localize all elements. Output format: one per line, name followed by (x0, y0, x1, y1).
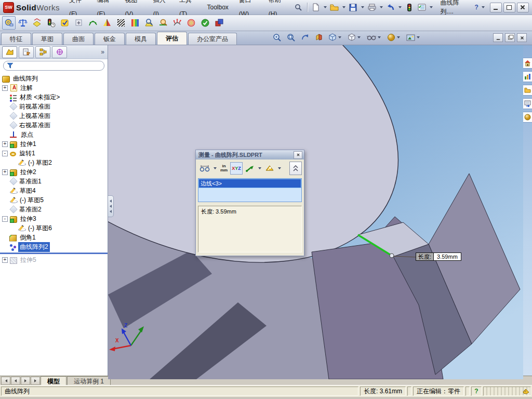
curvature-icon[interactable] (86, 16, 100, 30)
appearances-icon[interactable] (385, 32, 403, 43)
menu-toolbox[interactable]: Toolbox (202, 1, 233, 15)
panel-splitter-handle[interactable] (108, 195, 114, 217)
tree-item-extrude2[interactable]: + 拉伸2 (0, 167, 108, 177)
undercut-analysis-icon[interactable] (142, 16, 156, 30)
filter-input[interactable] (16, 62, 100, 70)
units-icon[interactable]: inmm (219, 162, 229, 175)
measure-icon[interactable] (2, 16, 16, 30)
projected-on-icon[interactable] (263, 162, 276, 175)
quick-tips-icon[interactable]: ? (471, 387, 482, 396)
view-palette-icon[interactable] (523, 98, 532, 109)
save-icon[interactable] (348, 1, 359, 14)
collapse-icon[interactable]: - (2, 216, 8, 222)
help-dropdown[interactable] (482, 6, 485, 8)
search-icon[interactable] (293, 1, 304, 14)
point-to-point-dropdown[interactable] (258, 167, 261, 169)
motion-study-tab[interactable]: 运动算例 1 (67, 376, 111, 385)
print-icon[interactable] (366, 1, 378, 14)
point-to-point-icon[interactable] (244, 162, 256, 175)
featuremanager-tab-icon[interactable] (2, 46, 17, 58)
tree-item-sketch4[interactable]: 草图4 (0, 186, 108, 195)
xyz-measurements-icon[interactable]: XYZ (230, 162, 243, 175)
next-tab-button[interactable] (21, 377, 30, 385)
tree-item-sketch6[interactable]: (-) 草图6 (0, 223, 108, 233)
check-entity-icon[interactable] (58, 16, 72, 30)
configurationmanager-tab-icon[interactable] (35, 46, 50, 58)
projected-on-dropdown[interactable] (278, 167, 281, 169)
tree-item-material[interactable]: 材质 <未指定> (0, 92, 108, 102)
previous-tab-button[interactable] (11, 377, 20, 385)
undo-dropdown[interactable] (398, 6, 402, 8)
tree-item-extrude3[interactable]: - 拉伸3 (0, 214, 108, 223)
collapse-icon[interactable]: - (2, 151, 8, 156)
mass-properties-icon[interactable] (16, 16, 30, 30)
new-document-icon[interactable] (310, 1, 322, 14)
doc-minimize-button[interactable] (493, 33, 503, 42)
print-dropdown[interactable] (380, 6, 383, 8)
tree-item-root[interactable]: 曲线阵列 (0, 74, 108, 83)
tab-mold[interactable]: 模具 (126, 33, 156, 45)
minimize-button[interactable] (490, 3, 502, 12)
expand-icon[interactable]: + (2, 257, 8, 263)
measure-close-button[interactable] (294, 151, 302, 159)
draft-analysis-icon[interactable] (100, 16, 114, 30)
tree-item-plane2[interactable]: 基准面2 (0, 205, 108, 214)
tag-icon[interactable] (523, 389, 529, 394)
graphics-viewport[interactable]: X Z 长度: 3.59mm 测量 - 曲线阵列.SLDPRT (108, 45, 522, 376)
design-library-icon[interactable] (523, 71, 532, 82)
tab-sheetmetal[interactable]: 钣金 (95, 33, 125, 45)
tree-item-revolve1[interactable]: - 旋转1 (0, 149, 108, 158)
compare-documents-icon[interactable] (212, 16, 226, 30)
measure-dialog-titlebar[interactable]: 测量 - 曲线阵列.SLDPRT (196, 150, 304, 159)
expand-icon[interactable]: + (2, 169, 8, 175)
parting-line-analysis-icon[interactable] (156, 16, 170, 30)
tree-item-annotations[interactable]: + 注解 (0, 83, 108, 92)
options-icon[interactable] (416, 1, 428, 14)
curvature-display-icon[interactable] (128, 16, 142, 30)
performance-evaluation-icon[interactable] (44, 16, 58, 30)
section-view-icon[interactable] (313, 32, 325, 43)
doc-restore-button[interactable] (505, 33, 515, 42)
rollback-bar[interactable] (0, 252, 108, 254)
compare-geometry-icon[interactable] (72, 16, 86, 30)
tab-evaluate[interactable]: 评估 (157, 32, 187, 45)
tree-item-chamfer1[interactable]: 倒角1 (0, 233, 108, 242)
section-properties-icon[interactable] (30, 16, 44, 30)
doc-close-button[interactable] (517, 33, 527, 42)
selected-entity-row[interactable]: 边线<3> (198, 179, 301, 188)
help-button[interactable]: ? (474, 4, 480, 11)
tree-item-origin[interactable]: 原点 (0, 130, 108, 139)
view-orientation-icon[interactable] (327, 32, 344, 43)
last-tab-button[interactable] (31, 377, 40, 385)
rebuild-icon[interactable] (404, 1, 415, 14)
tree-item-extrude1[interactable]: + 拉伸1 (0, 139, 108, 149)
display-style-icon[interactable] (346, 32, 363, 43)
deviation-analysis-icon[interactable] (170, 16, 184, 30)
tree-item-sketch5[interactable]: (-) 草图5 (0, 195, 108, 205)
new-document-dropdown[interactable] (324, 6, 327, 8)
tree-item-extrude5-suppressed[interactable]: + 拉伸5 (0, 255, 108, 264)
appearances-scenes-icon[interactable] (523, 112, 532, 123)
options-dropdown[interactable] (430, 6, 433, 8)
measure-selection-list[interactable]: 边线<3> (198, 178, 302, 202)
solidworks-resources-icon[interactable] (523, 58, 532, 69)
zoom-fit-icon[interactable] (271, 32, 283, 43)
tab-office[interactable]: 办公室产品 (188, 33, 237, 45)
dimxpert-tab-icon[interactable] (52, 46, 67, 58)
tab-features[interactable]: 特征 (1, 33, 31, 45)
open-icon[interactable] (329, 1, 340, 14)
tree-item-plane1[interactable]: 基准面1 (0, 177, 108, 186)
tree-item-right-plane[interactable]: 右视基准面 (0, 121, 108, 130)
gear-model[interactable]: X Z (108, 45, 523, 379)
tree-item-top-plane[interactable]: 上视基准面 (0, 111, 108, 121)
tab-sketch[interactable]: 草图 (32, 33, 62, 45)
tree-item-curve-pattern2[interactable]: 曲线阵列2 (0, 242, 108, 251)
undo-icon[interactable] (385, 1, 396, 14)
arc-circle-measurements-icon[interactable] (198, 162, 211, 175)
open-dropdown[interactable] (342, 6, 345, 8)
last-view-icon[interactable] (299, 32, 311, 43)
zoom-area-icon[interactable] (285, 32, 297, 43)
tree-item-front-plane[interactable]: 前视基准面 (0, 102, 108, 111)
close-button[interactable] (517, 3, 529, 12)
propertymanager-tab-icon[interactable] (19, 46, 34, 58)
